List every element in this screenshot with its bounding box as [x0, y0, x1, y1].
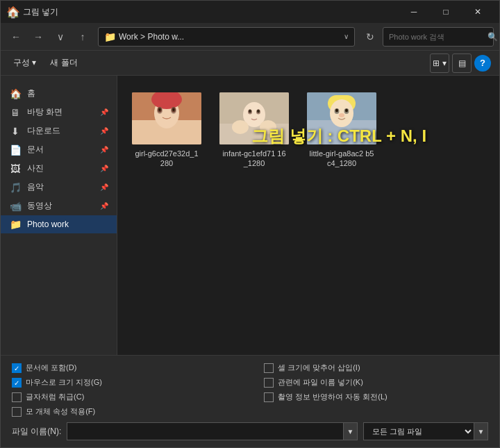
folder-icon: 📁	[104, 31, 116, 42]
option-label-apply-object-props: 모 개체 속성 적용(F)	[26, 406, 95, 416]
search-bar: 🔍	[383, 27, 494, 47]
svg-point-25	[335, 109, 338, 113]
filename-input-container: ▼	[67, 422, 358, 440]
filetype-select[interactable]: 모든 그림 파일	[363, 422, 474, 440]
filename-dropdown-arrow[interactable]: ▼	[344, 422, 358, 440]
checkbox-apply-object-props[interactable]	[12, 407, 22, 417]
main-area: 🏠 홈 🖥 바탕 화면 📌 ⬇ 다운로드 📌 📄 문서 📌	[1, 76, 499, 355]
options-left: ✓ 문서에 포함(D) ✓ 마우스로 크기 지정(G) 글자처럼 취급(C) 모…	[12, 363, 236, 417]
option-label-include: 문서에 포함(D)	[26, 363, 76, 372]
address-dropdown[interactable]: ∨	[344, 33, 349, 40]
action-bar: 구성 ▾ 새 폴더 ⊞ ▾ ▤ ?	[1, 51, 499, 76]
close-button[interactable]: ✕	[462, 1, 494, 23]
thumbnail-infant	[219, 92, 289, 144]
title-bar: 🏠 그림 넣기 ─ □ ✕	[1, 1, 499, 23]
file-item-infant[interactable]: infant-gc1efd71 16_1280	[216, 87, 292, 174]
option-label-fit-cell: 셀 크기에 맞추어 삽입(I)	[278, 363, 360, 372]
thumbnail-little-girl	[307, 92, 376, 144]
toolbar: ← → ∨ ↑ 📁 Work > Photo w... ∨ ↻ 🔍	[1, 23, 499, 51]
up-button[interactable]: ↑	[73, 27, 92, 47]
sidebar-item-downloads[interactable]: ⬇ 다운로드 📌	[1, 122, 117, 140]
view-button[interactable]: ⊞ ▾	[430, 53, 449, 73]
svg-point-8	[159, 108, 161, 111]
filename-row: 파일 이름(N): ▼ 모든 그림 파일 ▼	[12, 422, 488, 440]
help-button[interactable]: ?	[474, 55, 491, 72]
minimize-button[interactable]: ─	[398, 1, 430, 23]
option-fit-cell[interactable]: 셀 크기에 맞추어 삽입(I)	[264, 363, 488, 373]
window-title: 그림 넣기	[23, 6, 398, 18]
sidebar-item-home[interactable]: 🏠 홈	[1, 84, 117, 103]
svg-point-17	[232, 120, 249, 134]
documents-pin: 📌	[100, 146, 108, 154]
dropdown-button[interactable]: ∨	[51, 27, 70, 47]
file-name-little-girl: little-girl-ga8ac2 b5c4_1280	[309, 149, 374, 169]
maximize-button[interactable]: □	[430, 1, 462, 23]
svg-point-16	[257, 110, 260, 113]
photowork-icon: 📁	[9, 219, 22, 230]
sidebar-item-documents[interactable]: 📄 문서 📌	[1, 140, 117, 159]
svg-point-26	[345, 109, 348, 113]
option-label-auto-rotate: 촬영 정보 반영하여 자동 회전(L)	[278, 392, 388, 401]
search-input[interactable]	[389, 33, 485, 41]
checkbox-mouse-resize[interactable]: ✓	[12, 378, 22, 388]
sidebar-item-photowork[interactable]: 📁 Photo work	[1, 215, 117, 233]
filetype-container: 모든 그림 파일 ▼	[363, 422, 488, 440]
bottom-area: ✓ 문서에 포함(D) ✓ 마우스로 크기 지정(G) 글자처럼 취급(C) 모…	[1, 355, 499, 447]
sidebar-section: 🏠 홈 🖥 바탕 화면 📌 ⬇ 다운로드 📌 📄 문서 📌	[1, 81, 117, 236]
sidebar: 🏠 홈 🖥 바탕 화면 📌 ⬇ 다운로드 📌 📄 문서 📌	[1, 76, 117, 355]
svg-point-15	[249, 110, 251, 113]
checkbox-treat-as-char[interactable]	[12, 392, 22, 402]
file-item-little-girl[interactable]: little-girl-ga8ac2 b5c4_1280	[303, 87, 380, 174]
photos-icon: 🖼	[9, 163, 22, 174]
sidebar-label-videos: 동영상	[27, 200, 52, 212]
downloads-pin: 📌	[100, 127, 108, 135]
option-label-mouse-resize: 마우스로 크기 지정(G)	[26, 377, 102, 387]
sidebar-item-music[interactable]: 🎵 음악 📌	[1, 178, 117, 197]
documents-icon: 📄	[9, 144, 22, 156]
option-mouse-resize[interactable]: ✓ 마우스로 크기 지정(G)	[12, 377, 236, 388]
content-area: girl-g6cd27e32d_1280	[117, 76, 499, 355]
address-text: Work > Photo w...	[119, 32, 184, 42]
file-name-girl: girl-g6cd27e32d_1280	[134, 149, 199, 169]
thumbnail-girl	[132, 92, 201, 144]
sidebar-label-photos: 사진	[27, 163, 44, 174]
checkbox-fit-cell[interactable]	[264, 363, 274, 373]
sidebar-item-videos[interactable]: 📹 동영상 📌	[1, 197, 117, 215]
svg-point-18	[260, 120, 276, 134]
window-icon: 🏠	[6, 6, 19, 18]
option-label-treat-as-char: 글자처럼 취급(C)	[26, 392, 84, 401]
filetype-dropdown-arrow[interactable]: ▼	[474, 422, 488, 440]
desktop-pin: 📌	[100, 108, 108, 116]
sidebar-label-downloads: 다운로드	[27, 125, 60, 137]
sidebar-item-photos[interactable]: 🖼 사진 📌	[1, 159, 117, 178]
option-apply-object-props[interactable]: 모 개체 속성 적용(F)	[12, 406, 236, 417]
option-filename-link[interactable]: 관련에 파일 이름 넣기(K)	[264, 377, 488, 388]
option-treat-as-char[interactable]: 글자처럼 취급(C)	[12, 392, 236, 402]
option-include-in-doc[interactable]: ✓ 문서에 포함(D)	[12, 363, 236, 373]
filename-input[interactable]	[67, 422, 344, 440]
video-icon: 📹	[9, 201, 22, 212]
organize-button[interactable]: 구성 ▾	[9, 54, 40, 72]
window: 🏠 그림 넣기 ─ □ ✕ ← → ∨ ↑ 📁 Work > Photo w..…	[0, 0, 500, 448]
new-folder-button[interactable]: 새 폴더	[46, 54, 81, 72]
refresh-button[interactable]: ↻	[360, 27, 380, 47]
title-bar-controls: ─ □ ✕	[398, 1, 494, 23]
search-icon: 🔍	[488, 32, 498, 42]
sidebar-item-desktop[interactable]: 🖥 바탕 화면 📌	[1, 103, 117, 122]
back-button[interactable]: ←	[6, 27, 26, 47]
files-grid: girl-g6cd27e32d_1280	[117, 76, 499, 185]
forward-button[interactable]: →	[28, 27, 48, 47]
option-auto-rotate[interactable]: 촬영 정보 반영하여 자동 회전(L)	[264, 392, 488, 402]
file-item-girl[interactable]: girl-g6cd27e32d_1280	[128, 87, 205, 174]
svg-point-9	[173, 108, 175, 111]
checkbox-include[interactable]: ✓	[12, 363, 22, 373]
content-wrapper: girl-g6cd27e32d_1280	[117, 76, 499, 185]
panel-button[interactable]: ▤	[452, 53, 472, 73]
checkbox-filename-link[interactable]	[264, 378, 274, 388]
photos-pin: 📌	[100, 165, 108, 172]
checkbox-auto-rotate[interactable]	[264, 392, 274, 402]
address-bar[interactable]: 📁 Work > Photo w... ∨	[98, 27, 355, 47]
videos-pin: 📌	[100, 202, 108, 210]
music-icon: 🎵	[9, 182, 22, 193]
options-row: ✓ 문서에 포함(D) ✓ 마우스로 크기 지정(G) 글자처럼 취급(C) 모…	[12, 363, 488, 417]
